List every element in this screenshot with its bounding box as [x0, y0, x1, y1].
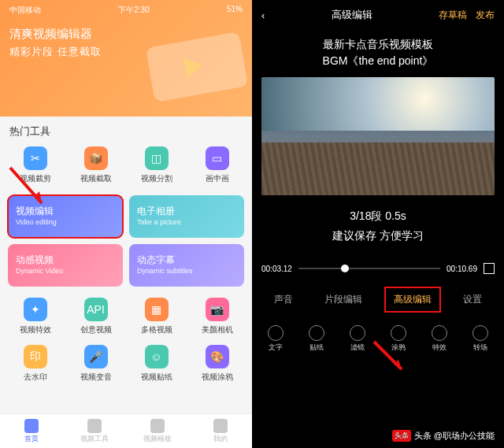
tool-remove-watermark[interactable]: 印去水印: [6, 342, 64, 386]
template-title: 最新卡点音乐视频模板 BGM《the end point》: [252, 30, 504, 77]
watermark-badge-icon: 头条: [392, 430, 411, 442]
editor-title: 高级编辑: [332, 8, 372, 22]
camera-icon: 📷: [206, 298, 229, 321]
segment-hint: 建议保存 方便学习: [252, 226, 504, 246]
tool-video-split[interactable]: ◫视频分割: [128, 143, 185, 187]
api-icon: API: [84, 298, 108, 321]
transition-icon: [472, 325, 488, 341]
tool-fx[interactable]: 特效: [432, 325, 447, 353]
segment-count: 3/18段 0.5s: [252, 206, 504, 226]
fx-icon: [432, 325, 447, 341]
text-icon: [268, 325, 284, 341]
tool-video-extract[interactable]: 📦视频截取: [67, 143, 124, 187]
stamp-icon: 印: [24, 345, 47, 368]
palette-icon: 🎨: [206, 345, 229, 368]
card-video-editing[interactable]: 视频编辑Video editing: [8, 195, 123, 238]
user-icon: [213, 419, 228, 433]
app-home-screen: 中国移动 下午2:30 51% 清爽视频编辑器 精彩片段 任意截取 热门工具 ✂…: [0, 0, 252, 448]
draw-icon: [391, 325, 406, 341]
phone-illustration: [146, 31, 248, 102]
grid-icon: ▦: [145, 298, 169, 321]
tool-stickers[interactable]: ☺视频贴纸: [128, 342, 185, 386]
tab-sound[interactable]: 声音: [268, 290, 299, 309]
tab-settings[interactable]: 设置: [457, 290, 488, 309]
watermark: 头条 头条 @职场办公技能: [392, 430, 495, 442]
editor-header: ‹ 高级编辑 存草稿 发布: [252, 0, 504, 30]
preview-sky: [261, 77, 495, 131]
section-hot-tools: 热门工具: [0, 117, 252, 143]
timeline: 00:03.12 00:10.69: [252, 257, 504, 280]
nav-templates[interactable]: 视频模板: [126, 414, 189, 448]
mic-icon: 🎤: [84, 345, 108, 368]
card-dynamic-video[interactable]: 动感视频Dynamic Video: [8, 244, 123, 287]
tool-multigrid[interactable]: ▦多格视频: [128, 294, 185, 339]
save-draft-button[interactable]: 存草稿: [439, 9, 467, 20]
fullscreen-icon[interactable]: [484, 263, 495, 274]
segment-info: 3/18段 0.5s 建议保存 方便学习: [252, 195, 504, 257]
tool-transition[interactable]: 转场: [472, 325, 488, 353]
time-current: 00:03.12: [261, 265, 292, 273]
nav-home[interactable]: 首页: [0, 414, 63, 448]
edit-tabs: 声音 片段编辑 高级编辑 设置: [252, 280, 504, 319]
publish-button[interactable]: 发布: [476, 9, 495, 20]
tool-filter[interactable]: 滤镜: [350, 325, 365, 353]
nav-tools[interactable]: 视频工具: [63, 414, 126, 448]
tool-grid-1: ✂视频裁剪 📦视频截取 ◫视频分割 ▭画中画: [0, 143, 252, 187]
video-preview[interactable]: [261, 77, 495, 195]
editor-screen: ‹ 高级编辑 存草稿 发布 最新卡点音乐视频模板 BGM《the end poi…: [252, 0, 504, 448]
editor-toolbar: 文字 贴纸 滤镜 涂鸦 特效 转场: [252, 319, 504, 357]
card-photo-album[interactable]: 电子相册Take a picture: [129, 195, 244, 238]
tool-effects[interactable]: ✦视频特效: [6, 294, 64, 339]
tool-grid-2: ✦视频特效 API创意视频 ▦多格视频 📷美颜相机: [0, 294, 252, 339]
home-icon: [24, 419, 39, 433]
tool-voice-change[interactable]: 🎤视频变音: [67, 342, 124, 386]
tab-clip-edit[interactable]: 片段编辑: [318, 290, 369, 309]
header-banner: 中国移动 下午2:30 51% 清爽视频编辑器 精彩片段 任意截取: [0, 0, 252, 117]
timeline-thumb[interactable]: [341, 265, 349, 272]
preview-tracks: [261, 143, 495, 196]
timeline-slider[interactable]: [298, 268, 440, 269]
tool-doodle[interactable]: 🎨视频涂鸦: [188, 342, 246, 386]
template-icon: [150, 419, 165, 433]
tool-beauty-cam[interactable]: 📷美颜相机: [188, 294, 246, 339]
package-icon: 📦: [84, 146, 108, 170]
tool-grid-3: 印去水印 🎤视频变音 ☺视频贴纸 🎨视频涂鸦: [0, 342, 252, 386]
feature-cards: 视频编辑Video editing 电子相册Take a picture 动感视…: [0, 187, 252, 294]
status-bar: 中国移动 下午2:30 51%: [9, 5, 243, 16]
nav-mine[interactable]: 我的: [189, 414, 252, 448]
back-button[interactable]: ‹: [261, 9, 265, 21]
clock: 下午2:30: [118, 5, 149, 16]
scissors-icon: ✂: [24, 146, 47, 170]
tool-draw[interactable]: 涂鸦: [391, 325, 406, 353]
time-total: 00:10.69: [447, 265, 477, 273]
header-actions: 存草稿 发布: [439, 9, 495, 22]
filter-icon: [350, 325, 365, 341]
card-dynamic-subtitles[interactable]: 动态字幕Dynamic subtitles: [129, 244, 244, 287]
tool-sticker[interactable]: 贴纸: [309, 325, 324, 353]
pip-icon: ▭: [206, 146, 229, 170]
split-icon: ◫: [145, 146, 169, 170]
tool-video-crop[interactable]: ✂视频裁剪: [6, 143, 64, 187]
sparkle-icon: ✦: [24, 298, 47, 321]
bottom-nav: 首页 视频工具 视频模板 我的: [0, 413, 252, 448]
tool-text[interactable]: 文字: [268, 325, 284, 353]
battery: 51%: [227, 5, 243, 16]
carrier: 中国移动: [9, 5, 41, 16]
sticker-icon: [309, 325, 324, 341]
tool-pip[interactable]: ▭画中画: [188, 143, 246, 187]
tool-creative[interactable]: API创意视频: [67, 294, 124, 339]
tools-icon: [87, 419, 102, 433]
tab-advanced-edit[interactable]: 高级编辑: [387, 290, 438, 309]
sticker-icon: ☺: [145, 345, 169, 368]
